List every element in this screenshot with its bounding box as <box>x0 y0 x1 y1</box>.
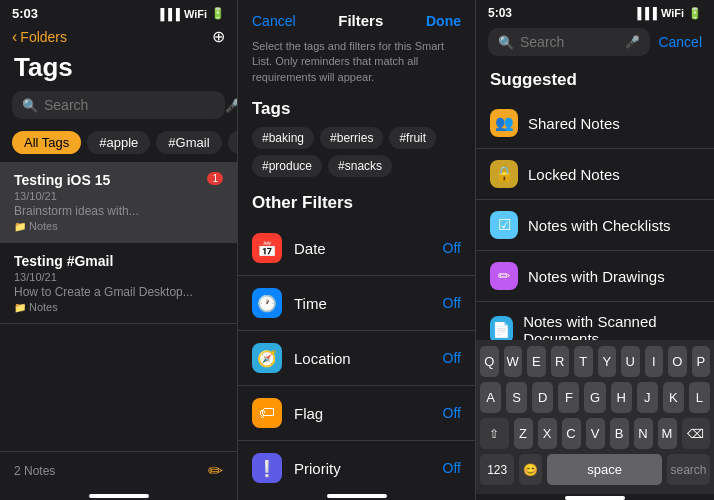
filter-value-location[interactable]: Off <box>443 350 461 366</box>
note-preview-1: How to Create a Gmail Desktop... <box>14 285 223 299</box>
wifi-icon-3: WiFi <box>661 7 684 19</box>
folder-icon-0: 📁 <box>14 221 26 232</box>
kb-123[interactable]: 123 <box>480 454 514 485</box>
compose-icon[interactable]: ✏ <box>208 460 223 482</box>
filter-row-date[interactable]: 📅 Date Off <box>238 221 475 276</box>
tag-chip-apple[interactable]: #apple <box>87 131 150 154</box>
filter-tag-3[interactable]: #produce <box>252 155 322 177</box>
kb-T[interactable]: T <box>574 346 593 377</box>
note-preview-0: Brainstorm ideas with... <box>14 204 201 218</box>
kb-E[interactable]: E <box>527 346 546 377</box>
status-bar-1: 5:03 ▐▐▐ WiFi 🔋 <box>0 0 237 23</box>
note-item-1[interactable]: Testing #Gmail 13/10/21 How to Create a … <box>0 243 237 324</box>
battery-icon: 🔋 <box>211 7 225 20</box>
filter-row-flag[interactable]: 🏷 Flag Off <box>238 386 475 441</box>
note-content-0: Testing iOS 15 13/10/21 Brainstorm ideas… <box>14 172 201 232</box>
kb-B[interactable]: B <box>610 418 629 449</box>
suggested-item-1[interactable]: 🔒 Locked Notes <box>476 149 714 200</box>
filter-row-time[interactable]: 🕐 Time Off <box>238 276 475 331</box>
kb-W[interactable]: W <box>504 346 523 377</box>
kb-X[interactable]: X <box>538 418 557 449</box>
kb-O[interactable]: O <box>668 346 687 377</box>
filter-header: Cancel Filters Done <box>238 0 475 35</box>
kb-S[interactable]: S <box>506 382 527 413</box>
kb-search[interactable]: search <box>667 454 710 485</box>
tags-title: Tags <box>0 50 237 91</box>
kb-F[interactable]: F <box>558 382 579 413</box>
filter-label-date: Date <box>294 240 443 257</box>
filter-value-priority[interactable]: Off <box>443 460 461 476</box>
tags-search-bar[interactable]: 🔍 🎤 <box>12 91 225 119</box>
kb-emoji[interactable]: 😊 <box>519 454 542 485</box>
kb-I[interactable]: I <box>645 346 664 377</box>
filter-row-location[interactable]: 🧭 Location Off <box>238 331 475 386</box>
search-panel: 5:03 ▐▐▐ WiFi 🔋 🔍 🎤 Cancel Suggested 👥 S… <box>476 0 714 500</box>
filter-tag-4[interactable]: #snacks <box>328 155 392 177</box>
suggested-item-0[interactable]: 👥 Shared Notes <box>476 98 714 149</box>
folders-label: Folders <box>20 29 67 45</box>
filter-tag-1[interactable]: #berries <box>320 127 383 149</box>
kb-N[interactable]: N <box>634 418 653 449</box>
kb-backspace[interactable]: ⌫ <box>682 418 711 449</box>
chevron-left-icon: ‹ <box>12 28 17 46</box>
bottom-bar-1: 2 Notes ✏ <box>0 451 237 490</box>
kb-G[interactable]: G <box>584 382 605 413</box>
folders-back-button[interactable]: ‹ Folders <box>12 28 67 46</box>
tag-chip-notes[interactable]: #notes <box>228 131 237 154</box>
other-filters-title: Other Filters <box>238 187 475 221</box>
kb-A[interactable]: A <box>480 382 501 413</box>
filter-value-time[interactable]: Off <box>443 295 461 311</box>
kb-Q[interactable]: Q <box>480 346 499 377</box>
signal-icon: ▐▐▐ <box>156 8 179 20</box>
suggested-item-4[interactable]: 📄 Notes with Scanned Documents <box>476 302 714 340</box>
status-icons-3: ▐▐▐ WiFi 🔋 <box>633 7 702 20</box>
kb-shift[interactable]: ⇧ <box>480 418 509 449</box>
kb-P[interactable]: P <box>692 346 711 377</box>
kb-D[interactable]: D <box>532 382 553 413</box>
filter-row-priority[interactable]: ❕ Priority Off <box>238 441 475 488</box>
scanned-docs-icon: 📄 <box>490 316 513 340</box>
signal-icon-3: ▐▐▐ <box>633 7 656 19</box>
filter-tag-0[interactable]: #baking <box>252 127 314 149</box>
filter-label-priority: Priority <box>294 460 443 477</box>
filter-value-date[interactable]: Off <box>443 240 461 256</box>
wifi-icon: WiFi <box>184 8 207 20</box>
note-folder-1: 📁 Notes <box>14 301 223 313</box>
filter-tag-2[interactable]: #fruit <box>389 127 436 149</box>
kb-K[interactable]: K <box>663 382 684 413</box>
kb-L[interactable]: L <box>689 382 710 413</box>
tag-chip-all[interactable]: All Tags <box>12 131 81 154</box>
search-field[interactable]: 🔍 🎤 <box>488 28 650 56</box>
search-input[interactable] <box>520 34 619 50</box>
suggested-item-3[interactable]: ✏ Notes with Drawings <box>476 251 714 302</box>
tag-chip-gmail[interactable]: #Gmail <box>156 131 221 154</box>
filter-done-button[interactable]: Done <box>426 13 461 29</box>
kb-M[interactable]: M <box>658 418 677 449</box>
note-folder-label-1: Notes <box>29 301 58 313</box>
suggested-item-2[interactable]: ☑ Notes with Checklists <box>476 200 714 251</box>
kb-space[interactable]: space <box>547 454 662 485</box>
filter-value-flag[interactable]: Off <box>443 405 461 421</box>
note-date-0: 13/10/21 <box>14 190 201 202</box>
kb-Z[interactable]: Z <box>514 418 533 449</box>
filter-cancel-button[interactable]: Cancel <box>252 13 296 29</box>
kb-H[interactable]: H <box>611 382 632 413</box>
kb-Y[interactable]: Y <box>598 346 617 377</box>
kb-U[interactable]: U <box>621 346 640 377</box>
note-badge-0: 1 <box>207 172 223 185</box>
tags-search-input[interactable] <box>44 97 219 113</box>
kb-V[interactable]: V <box>586 418 605 449</box>
flag-filter-icon: 🏷 <box>252 398 282 428</box>
kb-row-3: ⇧ Z X C V B N M ⌫ <box>480 418 710 449</box>
search-cancel-button[interactable]: Cancel <box>658 34 702 50</box>
note-item-0[interactable]: Testing iOS 15 13/10/21 Brainstorm ideas… <box>0 162 237 243</box>
filter-tags-chips: #baking #berries #fruit #produce #snacks <box>238 127 475 187</box>
mic-icon[interactable]: 🎤 <box>225 98 238 113</box>
kb-C[interactable]: C <box>562 418 581 449</box>
tags-filter-chips: All Tags #apple #Gmail #notes <box>0 127 237 162</box>
add-list-icon[interactable]: ⊕ <box>212 27 225 46</box>
kb-J[interactable]: J <box>637 382 658 413</box>
status-bar-3: 5:03 ▐▐▐ WiFi 🔋 <box>476 0 714 22</box>
kb-R[interactable]: R <box>551 346 570 377</box>
mic-search-icon[interactable]: 🎤 <box>625 35 640 49</box>
